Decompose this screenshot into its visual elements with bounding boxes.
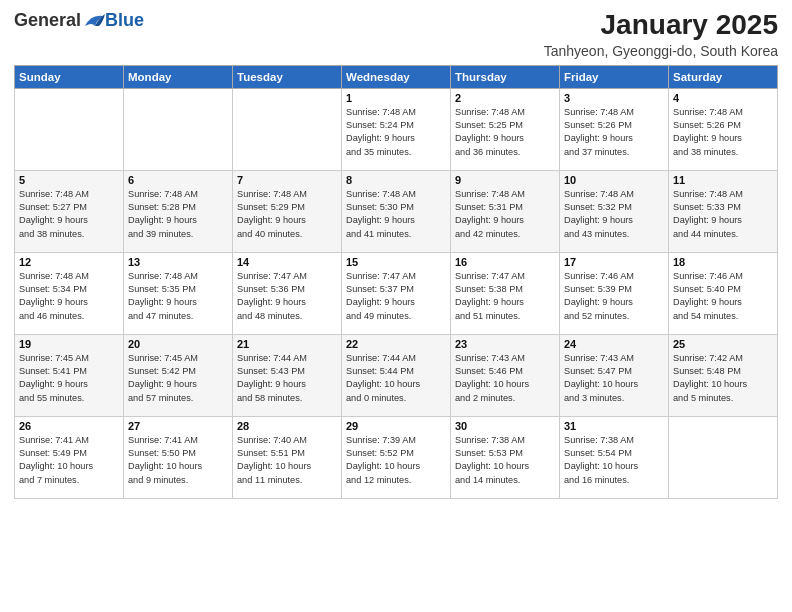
header-day-friday: Friday xyxy=(560,65,669,88)
day-info: Sunrise: 7:48 AM Sunset: 5:26 PM Dayligh… xyxy=(564,106,664,159)
calendar-cell xyxy=(124,88,233,170)
calendar-cell: 14Sunrise: 7:47 AM Sunset: 5:36 PM Dayli… xyxy=(233,252,342,334)
calendar-cell: 1Sunrise: 7:48 AM Sunset: 5:24 PM Daylig… xyxy=(342,88,451,170)
day-info: Sunrise: 7:47 AM Sunset: 5:36 PM Dayligh… xyxy=(237,270,337,323)
calendar-cell xyxy=(233,88,342,170)
day-number: 8 xyxy=(346,174,446,186)
calendar-cell: 20Sunrise: 7:45 AM Sunset: 5:42 PM Dayli… xyxy=(124,334,233,416)
day-number: 21 xyxy=(237,338,337,350)
calendar-cell: 31Sunrise: 7:38 AM Sunset: 5:54 PM Dayli… xyxy=(560,416,669,498)
calendar-week-1: 1Sunrise: 7:48 AM Sunset: 5:24 PM Daylig… xyxy=(15,88,778,170)
calendar-cell: 29Sunrise: 7:39 AM Sunset: 5:52 PM Dayli… xyxy=(342,416,451,498)
logo-blue-text: Blue xyxy=(105,10,144,31)
calendar-cell: 28Sunrise: 7:40 AM Sunset: 5:51 PM Dayli… xyxy=(233,416,342,498)
calendar-cell: 27Sunrise: 7:41 AM Sunset: 5:50 PM Dayli… xyxy=(124,416,233,498)
day-info: Sunrise: 7:45 AM Sunset: 5:42 PM Dayligh… xyxy=(128,352,228,405)
calendar-cell: 21Sunrise: 7:44 AM Sunset: 5:43 PM Dayli… xyxy=(233,334,342,416)
day-number: 24 xyxy=(564,338,664,350)
calendar-cell: 13Sunrise: 7:48 AM Sunset: 5:35 PM Dayli… xyxy=(124,252,233,334)
calendar-cell: 16Sunrise: 7:47 AM Sunset: 5:38 PM Dayli… xyxy=(451,252,560,334)
calendar-cell: 2Sunrise: 7:48 AM Sunset: 5:25 PM Daylig… xyxy=(451,88,560,170)
day-info: Sunrise: 7:48 AM Sunset: 5:27 PM Dayligh… xyxy=(19,188,119,241)
calendar-cell xyxy=(15,88,124,170)
day-info: Sunrise: 7:42 AM Sunset: 5:48 PM Dayligh… xyxy=(673,352,773,405)
day-info: Sunrise: 7:47 AM Sunset: 5:37 PM Dayligh… xyxy=(346,270,446,323)
calendar-week-5: 26Sunrise: 7:41 AM Sunset: 5:49 PM Dayli… xyxy=(15,416,778,498)
subtitle: Tanhyeon, Gyeonggi-do, South Korea xyxy=(544,43,778,59)
day-number: 28 xyxy=(237,420,337,432)
day-info: Sunrise: 7:48 AM Sunset: 5:34 PM Dayligh… xyxy=(19,270,119,323)
day-number: 14 xyxy=(237,256,337,268)
calendar-cell: 25Sunrise: 7:42 AM Sunset: 5:48 PM Dayli… xyxy=(669,334,778,416)
calendar-cell: 26Sunrise: 7:41 AM Sunset: 5:49 PM Dayli… xyxy=(15,416,124,498)
header-day-sunday: Sunday xyxy=(15,65,124,88)
calendar-cell: 8Sunrise: 7:48 AM Sunset: 5:30 PM Daylig… xyxy=(342,170,451,252)
calendar-cell: 12Sunrise: 7:48 AM Sunset: 5:34 PM Dayli… xyxy=(15,252,124,334)
day-info: Sunrise: 7:48 AM Sunset: 5:25 PM Dayligh… xyxy=(455,106,555,159)
page-header: General Blue January 2025 Tanhyeon, Gyeo… xyxy=(14,10,778,59)
calendar-header: SundayMondayTuesdayWednesdayThursdayFrid… xyxy=(15,65,778,88)
header-row: SundayMondayTuesdayWednesdayThursdayFrid… xyxy=(15,65,778,88)
day-number: 1 xyxy=(346,92,446,104)
day-info: Sunrise: 7:48 AM Sunset: 5:32 PM Dayligh… xyxy=(564,188,664,241)
day-info: Sunrise: 7:48 AM Sunset: 5:24 PM Dayligh… xyxy=(346,106,446,159)
day-info: Sunrise: 7:46 AM Sunset: 5:39 PM Dayligh… xyxy=(564,270,664,323)
day-info: Sunrise: 7:48 AM Sunset: 5:26 PM Dayligh… xyxy=(673,106,773,159)
calendar-week-2: 5Sunrise: 7:48 AM Sunset: 5:27 PM Daylig… xyxy=(15,170,778,252)
calendar-cell xyxy=(669,416,778,498)
calendar-cell: 15Sunrise: 7:47 AM Sunset: 5:37 PM Dayli… xyxy=(342,252,451,334)
calendar-body: 1Sunrise: 7:48 AM Sunset: 5:24 PM Daylig… xyxy=(15,88,778,498)
header-day-monday: Monday xyxy=(124,65,233,88)
calendar-cell: 4Sunrise: 7:48 AM Sunset: 5:26 PM Daylig… xyxy=(669,88,778,170)
day-number: 30 xyxy=(455,420,555,432)
calendar-cell: 11Sunrise: 7:48 AM Sunset: 5:33 PM Dayli… xyxy=(669,170,778,252)
day-info: Sunrise: 7:40 AM Sunset: 5:51 PM Dayligh… xyxy=(237,434,337,487)
day-info: Sunrise: 7:44 AM Sunset: 5:43 PM Dayligh… xyxy=(237,352,337,405)
calendar-cell: 19Sunrise: 7:45 AM Sunset: 5:41 PM Dayli… xyxy=(15,334,124,416)
day-number: 3 xyxy=(564,92,664,104)
calendar-cell: 9Sunrise: 7:48 AM Sunset: 5:31 PM Daylig… xyxy=(451,170,560,252)
day-number: 23 xyxy=(455,338,555,350)
header-day-saturday: Saturday xyxy=(669,65,778,88)
day-number: 7 xyxy=(237,174,337,186)
day-number: 9 xyxy=(455,174,555,186)
day-info: Sunrise: 7:41 AM Sunset: 5:50 PM Dayligh… xyxy=(128,434,228,487)
day-number: 27 xyxy=(128,420,228,432)
day-info: Sunrise: 7:41 AM Sunset: 5:49 PM Dayligh… xyxy=(19,434,119,487)
calendar-cell: 22Sunrise: 7:44 AM Sunset: 5:44 PM Dayli… xyxy=(342,334,451,416)
main-title: January 2025 xyxy=(544,10,778,41)
calendar-table: SundayMondayTuesdayWednesdayThursdayFrid… xyxy=(14,65,778,499)
day-number: 6 xyxy=(128,174,228,186)
logo: General Blue xyxy=(14,10,144,31)
day-info: Sunrise: 7:44 AM Sunset: 5:44 PM Dayligh… xyxy=(346,352,446,405)
day-info: Sunrise: 7:43 AM Sunset: 5:46 PM Dayligh… xyxy=(455,352,555,405)
calendar-cell: 10Sunrise: 7:48 AM Sunset: 5:32 PM Dayli… xyxy=(560,170,669,252)
day-number: 19 xyxy=(19,338,119,350)
day-number: 29 xyxy=(346,420,446,432)
day-info: Sunrise: 7:39 AM Sunset: 5:52 PM Dayligh… xyxy=(346,434,446,487)
day-number: 17 xyxy=(564,256,664,268)
calendar-cell: 7Sunrise: 7:48 AM Sunset: 5:29 PM Daylig… xyxy=(233,170,342,252)
day-number: 25 xyxy=(673,338,773,350)
day-info: Sunrise: 7:48 AM Sunset: 5:29 PM Dayligh… xyxy=(237,188,337,241)
day-info: Sunrise: 7:48 AM Sunset: 5:30 PM Dayligh… xyxy=(346,188,446,241)
calendar-cell: 5Sunrise: 7:48 AM Sunset: 5:27 PM Daylig… xyxy=(15,170,124,252)
calendar-cell: 24Sunrise: 7:43 AM Sunset: 5:47 PM Dayli… xyxy=(560,334,669,416)
day-number: 10 xyxy=(564,174,664,186)
day-number: 15 xyxy=(346,256,446,268)
calendar-cell: 6Sunrise: 7:48 AM Sunset: 5:28 PM Daylig… xyxy=(124,170,233,252)
day-info: Sunrise: 7:48 AM Sunset: 5:28 PM Dayligh… xyxy=(128,188,228,241)
day-number: 16 xyxy=(455,256,555,268)
page-container: General Blue January 2025 Tanhyeon, Gyeo… xyxy=(0,0,792,612)
day-info: Sunrise: 7:47 AM Sunset: 5:38 PM Dayligh… xyxy=(455,270,555,323)
day-number: 20 xyxy=(128,338,228,350)
calendar-cell: 3Sunrise: 7:48 AM Sunset: 5:26 PM Daylig… xyxy=(560,88,669,170)
calendar-cell: 30Sunrise: 7:38 AM Sunset: 5:53 PM Dayli… xyxy=(451,416,560,498)
calendar-cell: 18Sunrise: 7:46 AM Sunset: 5:40 PM Dayli… xyxy=(669,252,778,334)
day-number: 5 xyxy=(19,174,119,186)
day-info: Sunrise: 7:43 AM Sunset: 5:47 PM Dayligh… xyxy=(564,352,664,405)
day-number: 2 xyxy=(455,92,555,104)
day-info: Sunrise: 7:38 AM Sunset: 5:53 PM Dayligh… xyxy=(455,434,555,487)
day-number: 31 xyxy=(564,420,664,432)
day-info: Sunrise: 7:38 AM Sunset: 5:54 PM Dayligh… xyxy=(564,434,664,487)
